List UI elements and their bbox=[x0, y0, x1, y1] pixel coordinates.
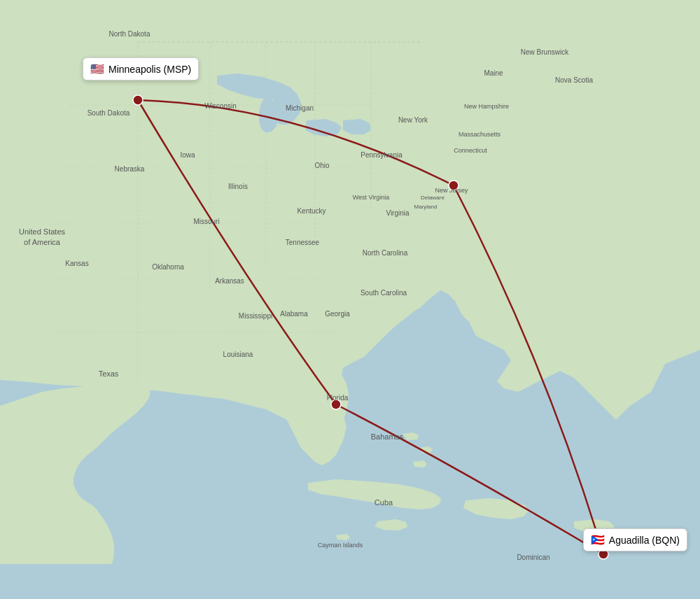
svg-text:New Brunswick: New Brunswick bbox=[521, 48, 569, 56]
svg-text:New York: New York bbox=[398, 116, 428, 124]
svg-text:Connecticut: Connecticut bbox=[454, 147, 487, 154]
svg-text:Nebraska: Nebraska bbox=[115, 165, 145, 173]
map-container: North Dakota South Dakota Nebraska Kansa… bbox=[0, 0, 700, 599]
svg-text:Nova Scotia: Nova Scotia bbox=[555, 76, 593, 84]
origin-airport-label: 🇺🇸 Minneapolis (MSP) bbox=[83, 57, 199, 80]
svg-text:Massachusetts: Massachusetts bbox=[458, 131, 501, 138]
svg-text:Virginia: Virginia bbox=[386, 209, 410, 217]
destination-airport-name: Aguadilla (BQN) bbox=[609, 535, 680, 546]
svg-text:New Jersey: New Jersey bbox=[435, 187, 468, 194]
svg-text:Ohio: Ohio bbox=[314, 162, 330, 169]
svg-text:Michigan: Michigan bbox=[286, 104, 314, 112]
destination-airport-label: 🇵🇷 Aguadilla (BQN) bbox=[583, 528, 687, 551]
svg-text:South Dakota: South Dakota bbox=[88, 109, 130, 117]
svg-text:Georgia: Georgia bbox=[325, 310, 350, 318]
map-svg: North Dakota South Dakota Nebraska Kansa… bbox=[0, 0, 700, 599]
svg-text:North Dakota: North Dakota bbox=[109, 30, 150, 38]
svg-text:Kentucky: Kentucky bbox=[297, 207, 326, 215]
svg-text:Dominican: Dominican bbox=[517, 554, 550, 561]
svg-text:Delaware: Delaware bbox=[421, 195, 444, 201]
svg-text:Tennessee: Tennessee bbox=[286, 239, 320, 246]
svg-text:Cuba: Cuba bbox=[374, 498, 393, 507]
svg-text:Arkansas: Arkansas bbox=[215, 277, 244, 285]
svg-text:of America: of America bbox=[24, 238, 61, 246]
svg-point-13 bbox=[133, 95, 143, 105]
svg-text:Iowa: Iowa bbox=[180, 151, 195, 159]
svg-text:Missouri: Missouri bbox=[193, 218, 219, 225]
origin-airport-name: Minneapolis (MSP) bbox=[108, 64, 191, 75]
svg-text:Maine: Maine bbox=[484, 69, 503, 77]
svg-text:South Carolina: South Carolina bbox=[360, 289, 407, 297]
svg-text:Oklahoma: Oklahoma bbox=[152, 263, 184, 271]
svg-text:Bahamas: Bahamas bbox=[371, 432, 404, 441]
svg-text:Mississippi: Mississippi bbox=[239, 312, 272, 320]
svg-text:Cayman Islands: Cayman Islands bbox=[318, 542, 363, 549]
svg-text:North Carolina: North Carolina bbox=[363, 249, 408, 257]
svg-text:Kansas: Kansas bbox=[65, 260, 88, 267]
svg-text:Florida: Florida bbox=[327, 394, 349, 402]
svg-text:Wisconsin: Wisconsin bbox=[204, 102, 237, 110]
svg-text:Alabama: Alabama bbox=[280, 310, 308, 318]
svg-text:Texas: Texas bbox=[99, 369, 119, 378]
svg-text:Maryland: Maryland bbox=[414, 204, 438, 210]
svg-text:Illinois: Illinois bbox=[228, 183, 248, 190]
svg-text:West Virginia: West Virginia bbox=[353, 194, 390, 201]
svg-text:United States: United States bbox=[19, 227, 66, 236]
svg-text:Pennsylvania: Pennsylvania bbox=[360, 151, 402, 159]
origin-flag: 🇺🇸 bbox=[90, 62, 104, 76]
svg-text:New Hampshire: New Hampshire bbox=[464, 103, 509, 110]
destination-flag: 🇵🇷 bbox=[591, 533, 605, 547]
svg-text:Louisiana: Louisiana bbox=[223, 351, 253, 358]
